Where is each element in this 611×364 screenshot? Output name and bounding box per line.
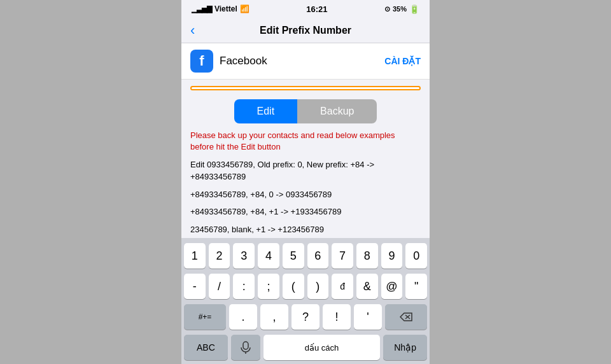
keyboard-row-mixed: #+= . , ? ! ' (184, 304, 427, 330)
example-4: 23456789, blank, +1 -> +123456789 (181, 221, 430, 239)
example-1: Edit 0933456789, Old prefix: 0, New pref… (181, 156, 430, 186)
edit-button[interactable]: Edit (234, 99, 298, 123)
fb-left: f Facebook (190, 50, 267, 73)
key-0[interactable]: 0 (405, 243, 427, 269)
svg-rect-2 (243, 342, 248, 349)
key-mic[interactable] (231, 335, 260, 360)
keyboard-row-symbols: - / : ; ( ) đ & @ " (184, 274, 427, 299)
page-title: Edit Prefix Number (260, 25, 351, 36)
status-bar: ▁▃▅▇ Viettel 📶 16:21 ⊙ 35% 🔋 (181, 0, 430, 18)
key-period[interactable]: . (229, 304, 257, 330)
key-4[interactable]: 4 (258, 243, 279, 269)
key-slash[interactable]: / (209, 274, 230, 299)
facebook-icon: f (190, 50, 213, 73)
key-rparen[interactable]: ) (307, 274, 329, 299)
form-container: Old prefix ✕ ⓘ New prefix ✕ ⓘ (190, 86, 421, 90)
facebook-name: Facebook (220, 55, 267, 67)
example-3: +84933456789, +84, +1 -> +1933456789 (181, 203, 430, 221)
key-enter[interactable]: Nhập (383, 335, 427, 360)
key-quote[interactable]: " (405, 274, 427, 299)
key-2[interactable]: 2 (209, 243, 230, 269)
key-6[interactable]: 6 (307, 243, 329, 269)
backup-button[interactable]: Backup (297, 99, 377, 123)
nav-bar: ‹ Edit Prefix Number (181, 18, 430, 43)
key-apostrophe[interactable]: ' (354, 304, 382, 330)
content-area: f Facebook CÀI ĐẶT Old prefix ✕ ⓘ New pr… (181, 43, 430, 238)
status-left: ▁▃▅▇ Viettel 📶 (192, 4, 249, 13)
key-7[interactable]: 7 (332, 243, 353, 269)
key-abc[interactable]: ABC (184, 335, 228, 360)
key-1[interactable]: 1 (184, 243, 206, 269)
carrier-label: Viettel (214, 4, 237, 13)
key-numpad-toggle[interactable]: #+= (184, 304, 226, 330)
signal-icon: ▁▃▅▇ (192, 5, 212, 13)
battery-label: 35% (393, 5, 407, 13)
key-question[interactable]: ? (291, 304, 320, 330)
warning-text: Please back up your contacts and read be… (181, 123, 430, 155)
key-semicolon[interactable]: ; (258, 274, 279, 299)
action-buttons: Edit Backup (181, 99, 430, 123)
key-dong[interactable]: đ (332, 274, 353, 299)
delete-key[interactable] (385, 304, 427, 330)
location-icon: ⊙ (384, 5, 390, 13)
key-9[interactable]: 9 (381, 243, 403, 269)
example-2: +84933456789, +84, 0 -> 0933456789 (181, 186, 430, 204)
key-3[interactable]: 3 (233, 243, 255, 269)
key-colon[interactable]: : (233, 274, 255, 299)
key-comma[interactable]: , (260, 304, 288, 330)
key-exclaim[interactable]: ! (323, 304, 351, 330)
key-amp[interactable]: & (356, 274, 378, 299)
status-right: ⊙ 35% 🔋 (384, 4, 419, 14)
keyboard: 1 2 3 4 5 6 7 8 9 0 - / : ; ( ) đ & @ " … (181, 238, 430, 364)
back-button[interactable]: ‹ (190, 22, 195, 39)
battery-icon: 🔋 (409, 4, 419, 14)
key-8[interactable]: 8 (356, 243, 378, 269)
install-button[interactable]: CÀI ĐẶT (384, 56, 421, 66)
key-dash[interactable]: - (184, 274, 206, 299)
status-time: 16:21 (306, 4, 327, 14)
key-space[interactable]: dấu cách (263, 335, 381, 360)
key-at[interactable]: @ (381, 274, 403, 299)
keyboard-row-numbers: 1 2 3 4 5 6 7 8 9 0 (184, 243, 427, 269)
fb-letter: f (199, 53, 204, 69)
phone-screen: ▁▃▅▇ Viettel 📶 16:21 ⊙ 35% 🔋 ‹ Edit Pref… (181, 0, 430, 364)
key-5[interactable]: 5 (283, 243, 304, 269)
wifi-icon: 📶 (240, 4, 249, 13)
keyboard-bottom-row: ABC dấu cách Nhập (184, 335, 427, 360)
facebook-banner: f Facebook CÀI ĐẶT (181, 43, 430, 80)
old-prefix-row: Old prefix ✕ ⓘ (192, 87, 419, 90)
key-lparen[interactable]: ( (283, 274, 304, 299)
